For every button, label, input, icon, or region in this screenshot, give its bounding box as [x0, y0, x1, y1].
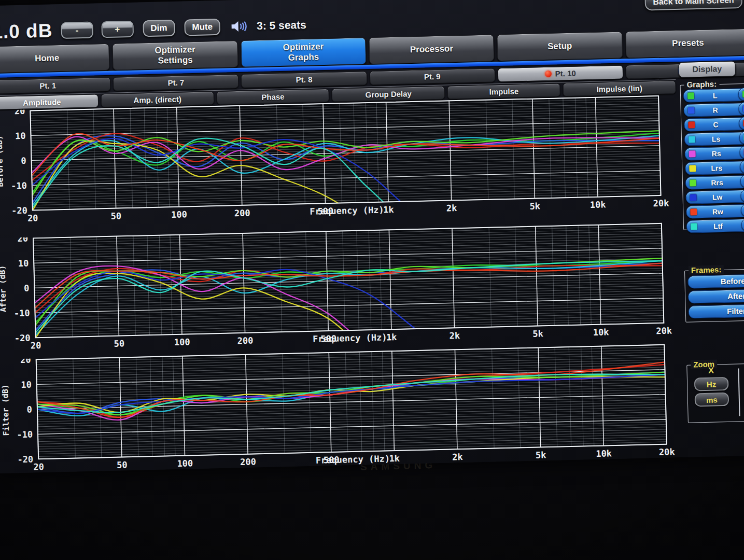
legend-channel-l[interactable]: L — [683, 88, 744, 103]
channel-color-swatch — [690, 194, 697, 201]
y-tick-label: -10 — [11, 180, 27, 191]
channel-color-swatch — [689, 165, 696, 172]
channel-color-swatch — [688, 121, 695, 128]
legend-channel-ltf[interactable]: Ltf — [686, 219, 744, 233]
tab-presets[interactable]: Presets — [625, 29, 744, 59]
legend-channel-rs[interactable]: Rs — [684, 146, 744, 161]
graphs-legend-panel: Graphs: LRCLsRsLrsRrsLwRwLtf — [680, 83, 744, 230]
tab-impulse-lin[interactable]: Impulse (lin) — [563, 80, 676, 96]
volume-down-button[interactable]: - — [61, 22, 93, 39]
tab-pt-10[interactable]: Pt. 10 — [497, 65, 623, 82]
zoom-unit-hz[interactable]: Hz — [694, 377, 729, 391]
tab-label: Home — [35, 53, 60, 64]
legend-channel-ls[interactable]: Ls — [684, 132, 744, 146]
legend-channel-rw[interactable]: Rw — [686, 204, 744, 219]
tab-label: Pt. 8 — [296, 75, 312, 85]
y-tick-label: 0 — [21, 156, 26, 166]
x-tick-label: 500 — [324, 455, 340, 466]
volume-level: 21.0 dB — [0, 20, 53, 43]
channel-label: L — [713, 91, 718, 100]
x-tick-label: 200 — [237, 335, 253, 346]
dim-button[interactable]: Dim — [143, 20, 175, 37]
tab-home[interactable]: Home — [0, 44, 110, 74]
tab-group-delay[interactable]: Group Delay — [332, 86, 445, 102]
tab-label: Presets — [672, 38, 704, 49]
legend-channel-rrs[interactable]: Rrs — [685, 175, 744, 190]
chart-after: 20100-10-20After (dB)Frequency (Hz)20501… — [0, 222, 682, 356]
y-tick-label: -20 — [11, 205, 27, 216]
tab-amp-direct[interactable]: Amp. (direct) — [101, 91, 214, 107]
tab-optimizer-graphs[interactable]: OptimizerGraphs — [241, 37, 366, 67]
legend-channel-lw[interactable]: Lw — [685, 190, 744, 204]
legend-overflow-pill[interactable] — [740, 189, 744, 203]
tab-phase[interactable]: Phase — [216, 89, 329, 105]
tab-impulse[interactable]: Impulse — [447, 83, 560, 99]
x-tick-label: 100 — [171, 209, 187, 220]
legend-channel-r[interactable]: R — [683, 103, 744, 117]
tab-label: Settings — [158, 55, 193, 66]
tab-pt-7[interactable]: Pt. 7 — [113, 74, 239, 91]
zoom-panel-divider — [738, 368, 740, 416]
tab-label: Pt. 7 — [167, 78, 184, 87]
frames-panel: Frames: BeforeAfterFilter — [684, 269, 744, 323]
tab-label: Pt. 1 — [39, 81, 56, 90]
display-button[interactable]: Display — [679, 61, 736, 78]
tab-label: Pt. 10 — [555, 69, 576, 78]
tab-pt-1[interactable]: Pt. 1 — [0, 77, 111, 94]
x-tick-label: 10k — [596, 448, 612, 459]
legend-overflow-pill[interactable] — [741, 218, 744, 232]
tab-label: Graphs — [288, 52, 319, 63]
channel-label: Ltf — [713, 222, 723, 230]
x-tick-label: 20k — [653, 198, 669, 208]
tab-setup[interactable]: Setup — [497, 32, 622, 62]
chart-filter: 20100-10-20Filter (dB)Frequency (Hz)2050… — [0, 343, 685, 473]
tab-label: Group Delay — [365, 89, 412, 99]
channel-label: Ls — [712, 135, 721, 143]
x-tick-label: 50 — [117, 459, 128, 470]
tab-label: Pt. 9 — [424, 72, 441, 81]
legend-overflow-pill[interactable] — [738, 102, 744, 116]
tab-label: Optimizer — [155, 45, 195, 55]
tab-pt-8[interactable]: Pt. 8 — [241, 71, 367, 88]
frame-button-before[interactable]: Before — [687, 274, 744, 289]
x-tick-label: 2k — [449, 330, 460, 341]
y-tick-label: 0 — [24, 283, 30, 293]
legend-channel-c[interactable]: C — [684, 117, 744, 132]
tab-pt-9[interactable]: Pt. 9 — [369, 68, 495, 85]
frame-button-filter[interactable]: Filter — [689, 304, 744, 319]
tab-processor[interactable]: Processor — [369, 34, 494, 64]
legend-overflow-pill[interactable] — [739, 131, 744, 145]
y-tick-label: 10 — [21, 380, 32, 390]
mute-button[interactable]: Mute — [184, 19, 220, 36]
zoom-unit-buttons: Hzms — [694, 377, 729, 407]
x-tick-label: 10k — [593, 327, 609, 338]
channel-color-swatch — [691, 223, 697, 230]
legend-overflow-pill[interactable] — [739, 145, 744, 159]
tab-label: Phase — [261, 92, 285, 101]
legend-overflow-pill[interactable] — [738, 87, 744, 101]
legend-channel-lrs[interactable]: Lrs — [685, 161, 744, 175]
tab-label: Impulse (lin) — [596, 83, 642, 93]
x-tick-label: 200 — [240, 456, 256, 467]
y-tick-label: 10 — [15, 131, 26, 141]
tab-label: Optimizer — [283, 42, 324, 53]
volume-up-button[interactable]: + — [101, 21, 134, 38]
frame-button-after[interactable]: After — [688, 289, 744, 304]
y-tick-label: -20 — [15, 333, 31, 344]
legend-overflow-pill[interactable] — [741, 203, 744, 217]
channel-color-swatch — [687, 92, 694, 99]
zoom-unit-ms[interactable]: ms — [695, 393, 729, 407]
tab-optimizer-settings[interactable]: OptimizerSettings — [113, 40, 238, 71]
legend-overflow-pill[interactable] — [740, 160, 744, 174]
legend-overflow-pill[interactable] — [739, 116, 744, 130]
channel-label: Rrs — [711, 178, 723, 187]
x-tick-label: 20 — [33, 461, 44, 472]
channel-label: Rs — [712, 149, 721, 158]
tab-amplitude[interactable]: Amplitude — [0, 94, 99, 110]
channel-color-swatch — [690, 179, 696, 186]
channel-color-swatch — [690, 208, 697, 215]
channel-label: Rw — [712, 207, 723, 216]
x-tick-label: 5k — [532, 328, 543, 339]
legend-overflow-pill[interactable] — [740, 174, 744, 188]
x-tick-label: 100 — [174, 337, 190, 347]
